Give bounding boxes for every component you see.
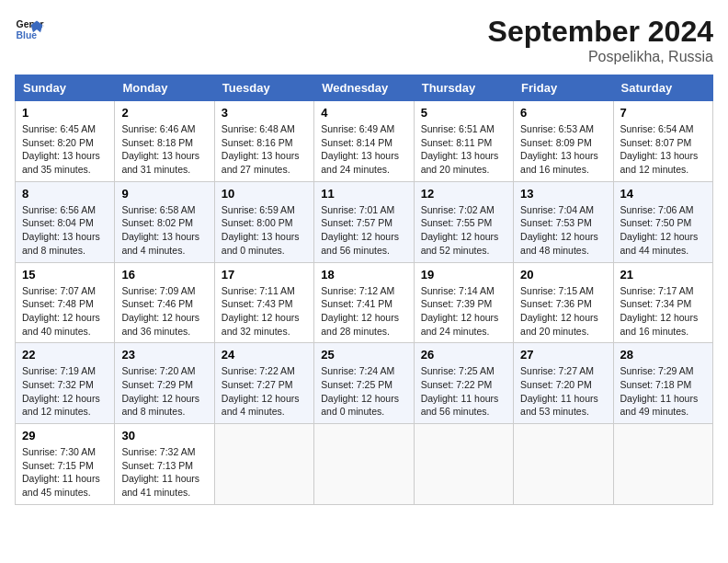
calendar-day-cell: 18Sunrise: 7:12 AM Sunset: 7:41 PM Dayli… [314,262,414,343]
day-info: Sunrise: 6:54 AM Sunset: 8:07 PM Dayligh… [620,122,706,177]
day-info: Sunrise: 7:07 AM Sunset: 7:48 PM Dayligh… [22,284,108,339]
calendar-day-cell: 3Sunrise: 6:48 AM Sunset: 8:16 PM Daylig… [214,101,313,182]
day-number: 15 [22,268,108,282]
day-info: Sunrise: 7:32 AM Sunset: 7:13 PM Dayligh… [121,445,207,500]
calendar-day-cell: 9Sunrise: 6:58 AM Sunset: 8:02 PM Daylig… [115,181,214,262]
day-info: Sunrise: 7:24 AM Sunset: 7:25 PM Dayligh… [321,364,406,419]
month-title: September 2024 [488,15,713,49]
day-number: 2 [121,106,207,120]
calendar-day-cell: 26Sunrise: 7:25 AM Sunset: 7:22 PM Dayli… [414,343,513,424]
calendar-day-cell [514,424,613,505]
day-number: 7 [620,106,706,120]
day-info: Sunrise: 7:25 AM Sunset: 7:22 PM Dayligh… [421,364,506,419]
day-number: 13 [520,187,606,201]
calendar-week-row: 8Sunrise: 6:56 AM Sunset: 8:04 PM Daylig… [16,181,713,262]
calendar-day-cell: 23Sunrise: 7:20 AM Sunset: 7:29 PM Dayli… [115,343,214,424]
calendar-week-row: 15Sunrise: 7:07 AM Sunset: 7:48 PM Dayli… [16,262,713,343]
day-number: 23 [121,348,207,362]
day-info: Sunrise: 7:20 AM Sunset: 7:29 PM Dayligh… [121,364,207,419]
day-number: 14 [620,187,706,201]
day-info: Sunrise: 7:19 AM Sunset: 7:32 PM Dayligh… [22,364,108,419]
day-number: 5 [421,106,506,120]
calendar-day-cell: 15Sunrise: 7:07 AM Sunset: 7:48 PM Dayli… [16,262,115,343]
day-info: Sunrise: 7:29 AM Sunset: 7:18 PM Dayligh… [620,364,706,419]
calendar-day-cell: 16Sunrise: 7:09 AM Sunset: 7:46 PM Dayli… [115,262,214,343]
calendar-day-cell: 13Sunrise: 7:04 AM Sunset: 7:53 PM Dayli… [514,181,613,262]
calendar-day-cell: 17Sunrise: 7:11 AM Sunset: 7:43 PM Dayli… [214,262,313,343]
day-number: 19 [421,268,506,282]
day-number: 24 [222,348,307,362]
weekday-header-monday: Monday [115,75,214,101]
calendar-day-cell [214,424,313,505]
day-number: 27 [520,348,606,362]
calendar-day-cell: 6Sunrise: 6:53 AM Sunset: 8:09 PM Daylig… [514,101,613,182]
day-info: Sunrise: 6:59 AM Sunset: 8:00 PM Dayligh… [222,203,307,258]
day-number: 6 [520,106,606,120]
day-number: 25 [321,348,406,362]
location-title: Pospelikha, Russia [488,49,713,65]
day-info: Sunrise: 7:11 AM Sunset: 7:43 PM Dayligh… [222,284,307,339]
day-info: Sunrise: 7:17 AM Sunset: 7:34 PM Dayligh… [620,284,706,339]
weekday-header-friday: Friday [514,75,613,101]
calendar-day-cell: 10Sunrise: 6:59 AM Sunset: 8:00 PM Dayli… [214,181,313,262]
day-info: Sunrise: 6:53 AM Sunset: 8:09 PM Dayligh… [520,122,606,177]
day-info: Sunrise: 6:58 AM Sunset: 8:02 PM Dayligh… [121,203,207,258]
day-info: Sunrise: 7:22 AM Sunset: 7:27 PM Dayligh… [222,364,307,419]
day-info: Sunrise: 7:12 AM Sunset: 7:41 PM Dayligh… [321,284,406,339]
day-info: Sunrise: 6:51 AM Sunset: 8:11 PM Dayligh… [421,122,506,177]
calendar-day-cell: 29Sunrise: 7:30 AM Sunset: 7:15 PM Dayli… [16,424,115,505]
calendar-day-cell: 14Sunrise: 7:06 AM Sunset: 7:50 PM Dayli… [613,181,712,262]
day-number: 29 [22,429,108,442]
calendar-day-cell: 11Sunrise: 7:01 AM Sunset: 7:57 PM Dayli… [314,181,414,262]
calendar-week-row: 29Sunrise: 7:30 AM Sunset: 7:15 PM Dayli… [16,424,713,505]
weekday-header-tuesday: Tuesday [214,75,313,101]
calendar-day-cell [314,424,414,505]
day-number: 4 [321,106,406,120]
day-info: Sunrise: 7:14 AM Sunset: 7:39 PM Dayligh… [421,284,506,339]
day-number: 16 [121,268,207,282]
calendar-day-cell: 27Sunrise: 7:27 AM Sunset: 7:20 PM Dayli… [514,343,613,424]
calendar-day-cell: 30Sunrise: 7:32 AM Sunset: 7:13 PM Dayli… [115,424,214,505]
weekday-header-thursday: Thursday [414,75,513,101]
day-number: 28 [620,348,706,362]
calendar-day-cell: 20Sunrise: 7:15 AM Sunset: 7:36 PM Dayli… [514,262,613,343]
calendar-week-row: 1Sunrise: 6:45 AM Sunset: 8:20 PM Daylig… [16,101,713,182]
day-number: 18 [321,268,406,282]
day-info: Sunrise: 7:09 AM Sunset: 7:46 PM Dayligh… [121,284,207,339]
day-info: Sunrise: 6:46 AM Sunset: 8:18 PM Dayligh… [121,122,207,177]
day-number: 21 [620,268,706,282]
calendar-day-cell: 28Sunrise: 7:29 AM Sunset: 7:18 PM Dayli… [613,343,712,424]
logo-icon: General Blue [15,15,44,44]
day-info: Sunrise: 7:30 AM Sunset: 7:15 PM Dayligh… [22,445,108,500]
calendar-day-cell [613,424,712,505]
day-number: 10 [222,187,307,201]
day-info: Sunrise: 6:48 AM Sunset: 8:16 PM Dayligh… [222,122,307,177]
day-info: Sunrise: 7:01 AM Sunset: 7:57 PM Dayligh… [321,203,406,258]
calendar-day-cell: 2Sunrise: 6:46 AM Sunset: 8:18 PM Daylig… [115,101,214,182]
day-info: Sunrise: 6:49 AM Sunset: 8:14 PM Dayligh… [321,122,406,177]
day-info: Sunrise: 7:02 AM Sunset: 7:55 PM Dayligh… [421,203,506,258]
day-number: 11 [321,187,406,201]
day-info: Sunrise: 6:45 AM Sunset: 8:20 PM Dayligh… [22,122,108,177]
day-info: Sunrise: 7:04 AM Sunset: 7:53 PM Dayligh… [520,203,606,258]
calendar-day-cell: 12Sunrise: 7:02 AM Sunset: 7:55 PM Dayli… [414,181,513,262]
calendar-day-cell [414,424,513,505]
day-number: 12 [421,187,506,201]
calendar-table: SundayMondayTuesdayWednesdayThursdayFrid… [15,75,713,505]
day-number: 9 [121,187,207,201]
day-info: Sunrise: 7:27 AM Sunset: 7:20 PM Dayligh… [520,364,606,419]
calendar-day-cell: 7Sunrise: 6:54 AM Sunset: 8:07 PM Daylig… [613,101,712,182]
page-header: General Blue September 2024 Pospelikha, … [15,15,713,65]
calendar-week-row: 22Sunrise: 7:19 AM Sunset: 7:32 PM Dayli… [16,343,713,424]
day-info: Sunrise: 7:06 AM Sunset: 7:50 PM Dayligh… [620,203,706,258]
weekday-header-sunday: Sunday [16,75,115,101]
calendar-day-cell: 21Sunrise: 7:17 AM Sunset: 7:34 PM Dayli… [613,262,712,343]
logo: General Blue [15,15,44,44]
day-number: 26 [421,348,506,362]
calendar-day-cell: 24Sunrise: 7:22 AM Sunset: 7:27 PM Dayli… [214,343,313,424]
day-number: 30 [121,429,207,442]
calendar-day-cell: 22Sunrise: 7:19 AM Sunset: 7:32 PM Dayli… [16,343,115,424]
calendar-day-cell: 19Sunrise: 7:14 AM Sunset: 7:39 PM Dayli… [414,262,513,343]
day-number: 17 [222,268,307,282]
day-info: Sunrise: 7:15 AM Sunset: 7:36 PM Dayligh… [520,284,606,339]
